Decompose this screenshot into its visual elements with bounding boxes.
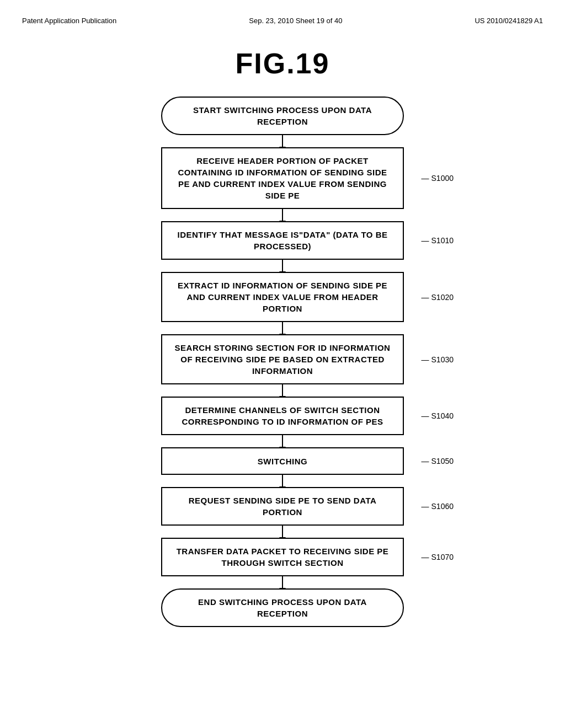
step-label-s1020: S1020 <box>422 293 454 302</box>
node-row-start: START SWITCHING PROCESS UPON DATA RECEPT… <box>111 97 454 135</box>
step-label-s1000: S1000 <box>422 174 454 183</box>
step-label-s1010: S1010 <box>422 236 454 245</box>
node-row-s1070: TRANSFER DATA PACKET TO RECEIVING SIDE P… <box>111 538 454 576</box>
step-label-s1040: S1040 <box>422 411 454 420</box>
flowchart-node-s1050: SWITCHING <box>161 447 404 475</box>
node-row-s1030: SEARCH STORING SECTION FOR ID INFORMATIO… <box>111 334 454 384</box>
arrow <box>282 322 283 334</box>
header-left: Patent Application Publication <box>22 17 116 25</box>
step-label-s1070: S1070 <box>422 553 454 561</box>
arrow <box>282 384 283 397</box>
step-label-s1030: S1030 <box>422 355 454 364</box>
header-middle: Sep. 23, 2010 Sheet 19 of 40 <box>249 17 342 25</box>
figure-title: FIG.19 <box>22 47 543 80</box>
step-label-s1050: S1050 <box>422 457 454 465</box>
node-row-s1010: IDENTIFY THAT MESSAGE IS"DATA" (DATA TO … <box>111 221 454 260</box>
arrow <box>282 135 283 147</box>
page-header: Patent Application Publication Sep. 23, … <box>22 11 543 36</box>
flowchart-node-s1070: TRANSFER DATA PACKET TO RECEIVING SIDE P… <box>161 538 404 576</box>
arrow <box>282 576 283 588</box>
arrow <box>282 475 283 487</box>
node-row-s1040: DETERMINE CHANNELS OF SWITCH SECTION COR… <box>111 397 454 435</box>
arrow <box>282 209 283 221</box>
flowchart-node-start: START SWITCHING PROCESS UPON DATA RECEPT… <box>161 97 404 135</box>
flowchart-node-s1060: REQUEST SENDING SIDE PE TO SEND DATA POR… <box>161 487 404 526</box>
header-right: US 2010/0241829 A1 <box>475 17 543 25</box>
step-label-s1060: S1060 <box>422 502 454 511</box>
flowchart-node-s1010: IDENTIFY THAT MESSAGE IS"DATA" (DATA TO … <box>161 221 404 260</box>
node-row-end: END SWITCHING PROCESS UPON DATA RECEPTIO… <box>111 588 454 627</box>
arrow <box>282 260 283 272</box>
arrow <box>282 526 283 538</box>
node-row-s1060: REQUEST SENDING SIDE PE TO SEND DATA POR… <box>111 487 454 526</box>
flowchart-node-s1040: DETERMINE CHANNELS OF SWITCH SECTION COR… <box>161 397 404 435</box>
node-row-s1050: SWITCHINGS1050 <box>111 447 454 475</box>
flowchart-node-end: END SWITCHING PROCESS UPON DATA RECEPTIO… <box>161 588 404 627</box>
flowchart-node-s1030: SEARCH STORING SECTION FOR ID INFORMATIO… <box>161 334 404 384</box>
flowchart: START SWITCHING PROCESS UPON DATA RECEPT… <box>111 97 454 627</box>
page: Patent Application Publication Sep. 23, … <box>0 0 565 728</box>
flowchart-node-s1020: EXTRACT ID INFORMATION OF SENDING SIDE P… <box>161 272 404 322</box>
node-row-s1020: EXTRACT ID INFORMATION OF SENDING SIDE P… <box>111 272 454 322</box>
arrow <box>282 435 283 447</box>
node-row-s1000: RECEIVE HEADER PORTION OF PACKET CONTAIN… <box>111 147 454 209</box>
flowchart-node-s1000: RECEIVE HEADER PORTION OF PACKET CONTAIN… <box>161 147 404 209</box>
